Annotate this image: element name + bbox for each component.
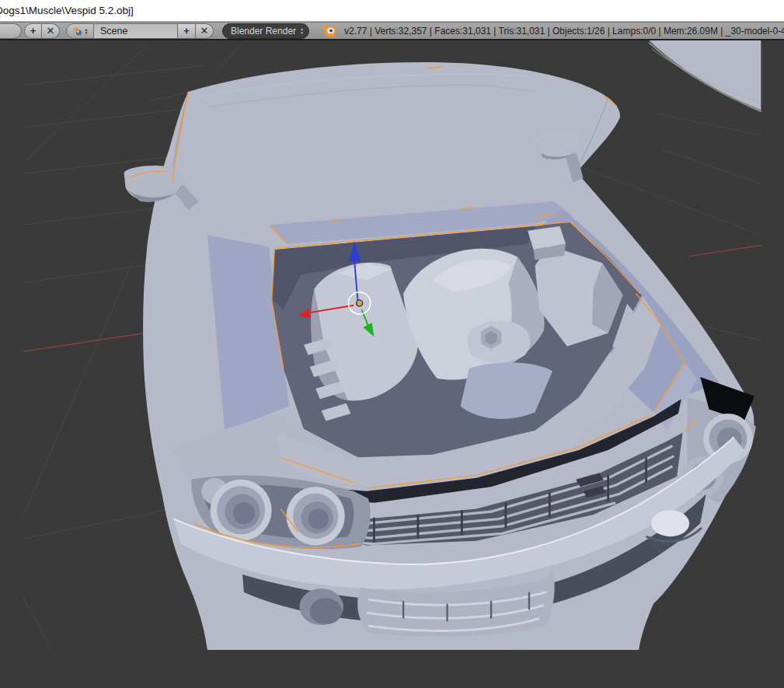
scene-datablock-selector: ▲▼ Scene + ✕ bbox=[66, 23, 214, 39]
close-icon: ✕ bbox=[200, 25, 209, 37]
add-icon: + bbox=[183, 25, 190, 37]
viewport-canvas[interactable] bbox=[0, 40, 784, 688]
render-engine-dropdown[interactable]: Blender Render ▲▼ bbox=[222, 23, 309, 39]
object-origin-dot bbox=[357, 300, 363, 306]
scene-browse-button[interactable]: ▲▼ bbox=[66, 23, 94, 39]
window-title: Dogs1\Muscle\Vespid 5.2.obj] bbox=[0, 5, 134, 16]
close-icon: ✕ bbox=[47, 25, 55, 37]
render-engine-value: Blender Render bbox=[231, 26, 296, 37]
delete-screen-button[interactable]: ✕ bbox=[42, 23, 60, 39]
window-titlebar: Dogs1\Muscle\Vespid 5.2.obj] bbox=[0, 0, 784, 22]
chevron-updown-icon: ▲▼ bbox=[85, 28, 89, 34]
scene-datablock-icon bbox=[72, 26, 83, 37]
screen-layout-field-stub[interactable] bbox=[0, 23, 22, 39]
add-screen-button[interactable]: + bbox=[24, 23, 42, 39]
viewport-3d-scene bbox=[0, 40, 784, 688]
add-scene-button[interactable]: + bbox=[178, 23, 196, 39]
info-header: + ✕ ▲▼ Scene + ✕ Blender Render ▲▼ v2.77… bbox=[0, 22, 784, 40]
background-object bbox=[649, 40, 761, 112]
status-stats-text: v2.77 | Verts:32,357 | Faces:31,031 | Tr… bbox=[344, 26, 784, 37]
chevron-updown-icon: ▲▼ bbox=[300, 27, 304, 34]
delete-scene-button[interactable]: ✕ bbox=[196, 23, 214, 39]
blender-logo-icon bbox=[320, 23, 337, 39]
add-icon: + bbox=[30, 25, 37, 37]
car-model[interactable] bbox=[124, 62, 756, 650]
scene-name-field[interactable]: Scene bbox=[94, 23, 178, 39]
